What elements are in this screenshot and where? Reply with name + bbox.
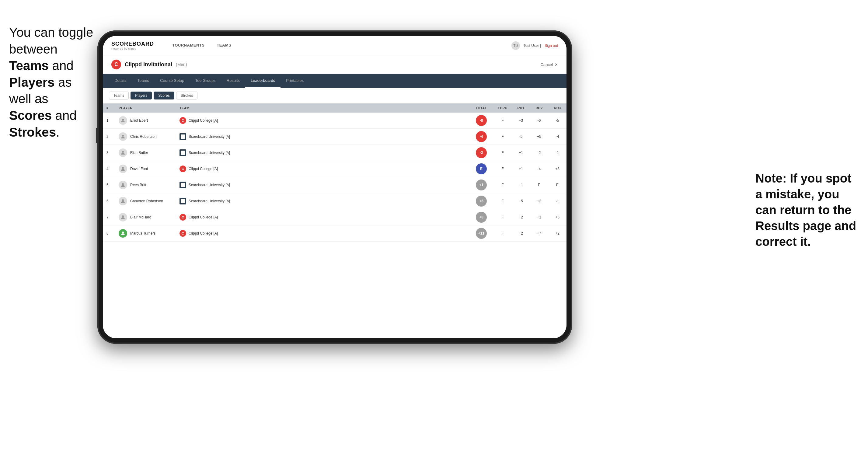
cell-rd1: +2: [512, 225, 530, 242]
cell-rd3: -4: [548, 129, 566, 145]
tab-details[interactable]: Details: [109, 74, 132, 88]
team-logo-clippd: C: [180, 214, 186, 221]
cell-rd1: +5: [512, 193, 530, 209]
tablet-device: SCOREBOARD Powered by clippd TOURNAMENTS…: [97, 30, 572, 344]
cell-rank: 3: [103, 145, 115, 161]
cell-rd3: E: [548, 177, 566, 193]
score-badge: +11: [476, 228, 487, 239]
cell-thru: F: [494, 209, 512, 225]
cell-thru: F: [494, 193, 512, 209]
table-row: 1Elliot EbertCClippd College [A]-8F+3-6-…: [103, 113, 566, 129]
cell-rd3: +2: [548, 225, 566, 242]
cell-total: E: [469, 161, 494, 177]
col-rd3: RD3: [548, 103, 566, 113]
nav-teams[interactable]: TEAMS: [211, 36, 237, 55]
app-logo: SCOREBOARD: [111, 41, 154, 47]
cell-player: Elliot Ebert: [115, 113, 176, 129]
team-logo-scoreboard: [180, 198, 186, 205]
cell-thru: F: [494, 225, 512, 242]
cell-rd2: -2: [530, 145, 548, 161]
logo-area: SCOREBOARD Powered by clippd: [111, 41, 154, 50]
cell-rd3: -1: [548, 193, 566, 209]
team-name: Clippd College [A]: [189, 167, 218, 171]
col-team: TEAM: [176, 103, 469, 113]
table-row: 3Rich ButlerScoreboard University [A]-2F…: [103, 145, 566, 161]
cell-player: Marcus Turners: [115, 225, 176, 242]
tournament-title-row: C Clippd Invitational (Men): [111, 60, 187, 69]
team-name: Scoreboard University [A]: [189, 183, 230, 187]
tab-results[interactable]: Results: [221, 74, 245, 88]
cell-rank: 1: [103, 113, 115, 129]
tab-teams[interactable]: Teams: [132, 74, 155, 88]
tournament-type: (Men): [176, 62, 187, 67]
toggle-row: Teams Players Scores Strokes: [103, 88, 566, 103]
player-avatar: [119, 149, 127, 157]
cell-rd1: +1: [512, 161, 530, 177]
toggle-teams[interactable]: Teams: [109, 92, 129, 99]
player-avatar: [119, 229, 127, 238]
cell-rd3: -1: [548, 145, 566, 161]
player-name: Marcus Turners: [130, 231, 155, 236]
tournament-header: C Clippd Invitational (Men) Cancel ✕: [103, 55, 566, 74]
leaderboard-table: # PLAYER TEAM TOTAL THRU RD1 RD2 RD3 1El…: [103, 103, 566, 242]
cell-rd1: +3: [512, 113, 530, 129]
cell-player: David Ford: [115, 161, 176, 177]
score-badge: -2: [476, 147, 487, 158]
top-navigation: SCOREBOARD Powered by clippd TOURNAMENTS…: [103, 36, 566, 55]
cell-thru: F: [494, 161, 512, 177]
svg-point-6: [122, 199, 124, 201]
team-logo-scoreboard: [180, 133, 186, 140]
cell-thru: F: [494, 145, 512, 161]
toggle-players[interactable]: Players: [130, 92, 152, 99]
cell-rd1: +1: [512, 177, 530, 193]
cell-player: Cameron Robertson: [115, 193, 176, 209]
tab-tee-groups[interactable]: Tee Groups: [190, 74, 221, 88]
player-avatar: [119, 197, 127, 205]
tablet-screen: SCOREBOARD Powered by clippd TOURNAMENTS…: [103, 36, 566, 338]
cell-rank: 8: [103, 225, 115, 242]
toggle-strokes[interactable]: Strokes: [176, 92, 198, 99]
toggle-scores[interactable]: Scores: [154, 92, 174, 99]
cell-rank: 6: [103, 193, 115, 209]
nav-links: TOURNAMENTS TEAMS: [166, 36, 512, 55]
cell-team: CClippd College [A]: [176, 113, 469, 129]
team-logo-clippd: C: [180, 230, 186, 237]
svg-point-5: [122, 183, 124, 185]
tournament-icon: C: [111, 60, 121, 69]
cell-total: -4: [469, 129, 494, 145]
team-logo-scoreboard: [180, 149, 186, 156]
tab-printables[interactable]: Printables: [280, 74, 309, 88]
sign-out-link[interactable]: Sign out: [545, 43, 558, 48]
user-avatar: TU: [512, 41, 520, 50]
logo-subtitle: Powered by clippd: [111, 47, 154, 50]
table-row: 6Cameron RobertsonScoreboard University …: [103, 193, 566, 209]
team-logo-clippd: C: [180, 165, 186, 172]
cell-rank: 4: [103, 161, 115, 177]
tab-leaderboards[interactable]: Leaderboards: [245, 74, 280, 88]
col-total: TOTAL: [469, 103, 494, 113]
cell-total: +1: [469, 177, 494, 193]
player-name: Rich Butler: [130, 151, 148, 155]
team-name: Clippd College [A]: [189, 118, 218, 123]
team-logo-clippd: C: [180, 117, 186, 124]
cell-total: +8: [469, 209, 494, 225]
left-annotation: You can toggle between Teams and Players…: [9, 24, 94, 141]
cell-rank: 2: [103, 129, 115, 145]
cancel-button[interactable]: Cancel ✕: [540, 62, 558, 67]
svg-point-8: [122, 231, 124, 234]
score-badge: E: [476, 163, 487, 174]
right-annotation: Note: If you spot a mistake, you can ret…: [755, 170, 859, 249]
svg-point-4: [122, 167, 124, 169]
tab-course-setup[interactable]: Course Setup: [155, 74, 190, 88]
col-thru: THRU: [494, 103, 512, 113]
cell-player: Rich Butler: [115, 145, 176, 161]
team-logo-scoreboard: [180, 182, 186, 188]
nav-tournaments[interactable]: TOURNAMENTS: [166, 36, 211, 55]
table-row: 8Marcus TurnersCClippd College [A]+11F+2…: [103, 225, 566, 242]
cell-rd2: +7: [530, 225, 548, 242]
cell-rd3: +6: [548, 209, 566, 225]
cell-rd1: +1: [512, 145, 530, 161]
cell-total: -2: [469, 145, 494, 161]
cell-rd3: +3: [548, 161, 566, 177]
player-name: Rees Britt: [130, 183, 146, 187]
